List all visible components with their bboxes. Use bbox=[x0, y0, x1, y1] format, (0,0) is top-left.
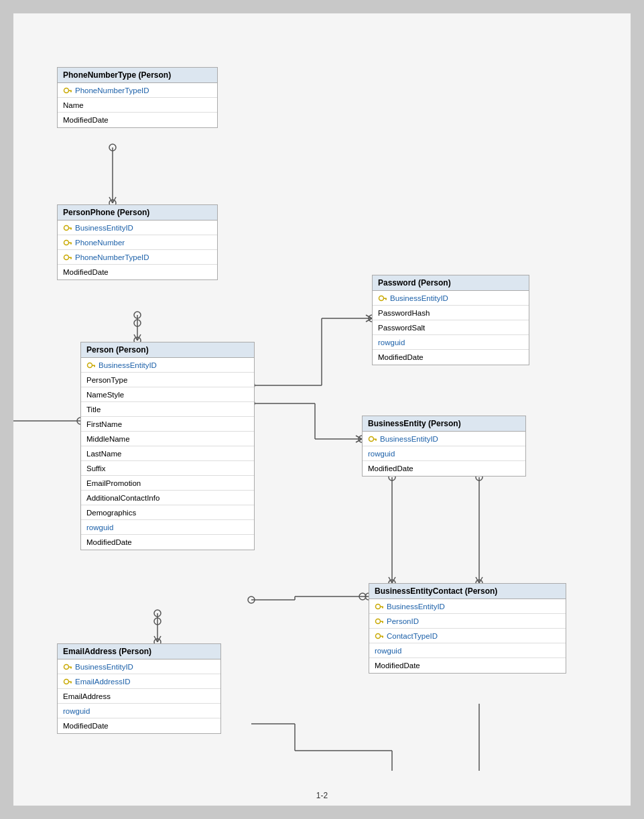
svg-point-40 bbox=[248, 596, 255, 603]
table-row: rowguid bbox=[369, 643, 566, 658]
key-icon bbox=[375, 617, 384, 626]
table-row: LastName bbox=[81, 446, 254, 461]
table-row: ModifiedDate bbox=[58, 265, 217, 279]
table-row: BusinessEntityID bbox=[58, 220, 217, 235]
svg-rect-68 bbox=[94, 366, 95, 367]
table-row: rowguid bbox=[58, 704, 220, 718]
svg-rect-64 bbox=[68, 257, 72, 258]
svg-line-36 bbox=[479, 577, 482, 583]
field-name: ModifiedDate bbox=[86, 538, 132, 546]
key-icon bbox=[375, 631, 384, 641]
table-business-entity-contact: BusinessEntityContact (Person) BusinessE… bbox=[369, 583, 566, 674]
svg-point-87 bbox=[64, 679, 69, 684]
table-row: ModifiedDate bbox=[373, 350, 529, 365]
field-name: PhoneNumber bbox=[75, 239, 125, 247]
field-name: Title bbox=[86, 405, 101, 414]
table-business-entity-contact-header: BusinessEntityContact (Person) bbox=[369, 584, 566, 599]
key-icon bbox=[63, 223, 72, 233]
table-row: rowguid bbox=[363, 446, 525, 461]
table-row: Name bbox=[58, 98, 217, 113]
table-row: ModifiedDate bbox=[363, 461, 525, 476]
table-row: BusinessEntityID bbox=[373, 291, 529, 306]
table-business-entity-header: BusinessEntity (Person) bbox=[363, 416, 525, 432]
svg-rect-56 bbox=[70, 91, 72, 92]
key-icon bbox=[63, 662, 72, 672]
field-name: PhoneNumberTypeID bbox=[75, 86, 149, 94]
table-row: Suffix bbox=[81, 461, 254, 476]
field-name: Suffix bbox=[86, 464, 106, 472]
svg-rect-74 bbox=[375, 440, 377, 441]
table-row: ContactTypeID bbox=[369, 629, 566, 643]
table-row: rowguid bbox=[81, 520, 254, 535]
table-row: EmailAddress bbox=[58, 689, 220, 704]
table-row: FirstName bbox=[81, 417, 254, 432]
table-row: BusinessEntityID bbox=[369, 599, 566, 614]
table-row: ModifiedDate bbox=[369, 658, 566, 673]
svg-line-23 bbox=[356, 436, 362, 439]
svg-rect-65 bbox=[70, 258, 72, 259]
svg-point-78 bbox=[376, 619, 381, 623]
field-name: PersonType bbox=[86, 376, 127, 384]
svg-line-9 bbox=[134, 334, 137, 340]
field-name: MiddleName bbox=[86, 435, 130, 443]
table-password-header: Password (Person) bbox=[373, 275, 529, 291]
field-name: PersonID bbox=[387, 617, 419, 625]
field-name: rowguid bbox=[375, 647, 401, 655]
svg-rect-85 bbox=[68, 666, 72, 668]
svg-line-31 bbox=[392, 577, 395, 583]
key-icon bbox=[368, 434, 377, 444]
field-name: BusinessEntityID bbox=[390, 294, 448, 302]
table-password: Password (Person) BusinessEntityID Passw… bbox=[372, 275, 529, 365]
svg-line-48 bbox=[157, 636, 161, 642]
key-icon bbox=[375, 602, 384, 611]
svg-rect-80 bbox=[382, 622, 383, 623]
svg-rect-55 bbox=[68, 90, 72, 91]
field-name: rowguid bbox=[378, 338, 405, 346]
field-name: EmailAddress bbox=[63, 692, 111, 700]
field-name: FirstName bbox=[86, 420, 122, 428]
svg-point-75 bbox=[376, 604, 381, 609]
table-row: PasswordSalt bbox=[373, 320, 529, 335]
key-icon bbox=[86, 361, 96, 370]
svg-rect-89 bbox=[70, 682, 72, 684]
table-row: AdditionalContactInfo bbox=[81, 491, 254, 505]
field-name: rowguid bbox=[63, 707, 90, 715]
svg-rect-76 bbox=[380, 606, 383, 607]
table-email-address: EmailAddress (Person) BusinessEntityID E… bbox=[57, 643, 221, 734]
svg-rect-62 bbox=[70, 243, 72, 245]
key-icon bbox=[63, 238, 72, 247]
table-row: Title bbox=[81, 402, 254, 417]
page-number: 1-2 bbox=[316, 791, 328, 800]
svg-point-60 bbox=[64, 240, 69, 245]
table-phone-number-type: PhoneNumberType (Person) PhoneNumberType… bbox=[57, 67, 218, 128]
table-row: ModifiedDate bbox=[81, 535, 254, 550]
svg-line-4 bbox=[113, 197, 116, 203]
svg-point-63 bbox=[64, 255, 69, 259]
svg-point-1 bbox=[109, 144, 116, 151]
svg-point-57 bbox=[64, 225, 69, 230]
field-name: Name bbox=[63, 101, 84, 109]
svg-rect-59 bbox=[70, 229, 72, 230]
svg-rect-71 bbox=[385, 299, 387, 300]
field-name: PasswordSalt bbox=[378, 324, 425, 332]
svg-point-66 bbox=[88, 363, 92, 367]
field-name: rowguid bbox=[368, 450, 395, 458]
svg-point-81 bbox=[376, 633, 381, 638]
svg-rect-58 bbox=[68, 227, 72, 229]
field-name: ContactTypeID bbox=[387, 632, 438, 640]
field-name: AdditionalContactInfo bbox=[86, 494, 159, 502]
svg-point-54 bbox=[64, 88, 69, 92]
svg-point-84 bbox=[64, 664, 69, 669]
field-name: ModifiedDate bbox=[63, 722, 109, 730]
field-name: ModifiedDate bbox=[63, 116, 109, 124]
table-row: BusinessEntityID bbox=[81, 358, 254, 373]
field-name: PasswordHash bbox=[378, 309, 430, 317]
field-name: EmailAddressID bbox=[75, 678, 130, 686]
table-person-phone-header: PersonPhone (Person) bbox=[58, 205, 217, 220]
table-person: Person (Person) BusinessEntityID PersonT… bbox=[80, 342, 255, 550]
table-row: MiddleName bbox=[81, 432, 254, 446]
field-name: PhoneNumberTypeID bbox=[75, 253, 149, 261]
field-name: rowguid bbox=[86, 523, 113, 531]
svg-rect-73 bbox=[373, 438, 377, 440]
table-phone-number-type-header: PhoneNumberType (Person) bbox=[58, 68, 217, 83]
